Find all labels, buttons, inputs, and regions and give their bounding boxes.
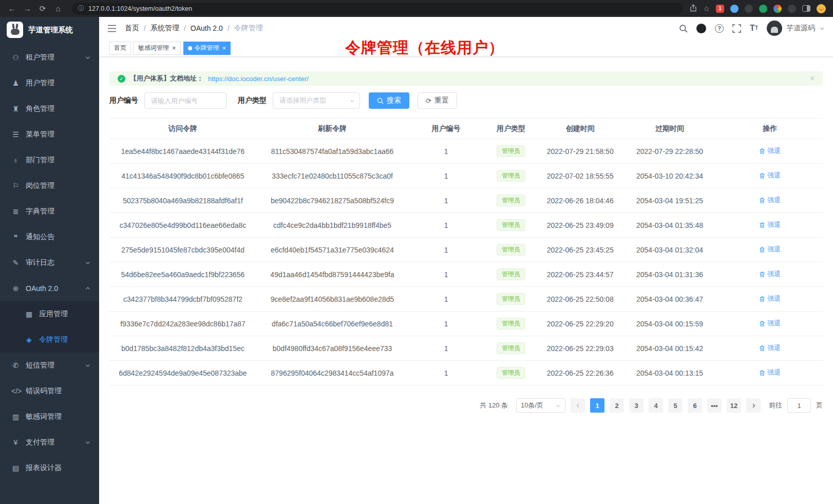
reset-button[interactable]: ⟳ 重置	[418, 92, 457, 109]
sidebar-item-audit-log[interactable]: ✎ 审计日志	[0, 250, 99, 276]
breadcrumb-system[interactable]: 系统管理	[150, 24, 179, 33]
force-logout-button[interactable]: 强退	[759, 245, 781, 254]
delete-icon	[759, 370, 765, 376]
sensitive-word-icon: ▥	[11, 413, 20, 421]
sidebar-item-sms[interactable]: ✆ 短信管理	[0, 353, 99, 378]
github-icon[interactable]	[696, 24, 706, 33]
force-logout-button[interactable]: 强退	[759, 294, 781, 303]
user-id-cell: 1	[408, 147, 484, 156]
caret-down-icon	[819, 26, 825, 31]
sidebar-item-oauth2[interactable]: ⊛ OAuth 2.0	[0, 276, 99, 301]
forward-icon[interactable]: →	[21, 0, 34, 17]
access-token-cell: 502375b8040a469a9b82188afdf6af1f	[109, 197, 256, 205]
prev-page-button[interactable]	[571, 398, 585, 413]
reload-icon[interactable]: ⟳	[36, 0, 49, 17]
browser-profile-avatar[interactable]	[817, 4, 826, 13]
sidebar: 芋道管理系统 ⚇ 租户管理 ♟ 用户管理 ♜ 角色管理 ☰ 菜单	[0, 17, 99, 504]
expire-time-cell: 2054-03-04 01:31:36	[622, 270, 717, 279]
page-number-button[interactable]: 6	[688, 398, 702, 413]
sidebar-item-tenant[interactable]: ⚇ 租户管理	[0, 45, 99, 70]
refresh-token-cell: e6cfd40eb1f54571a31e775e039c4624	[256, 246, 408, 254]
url-bar[interactable]: ⓘ 127.0.0.1:1024/system/oauth2/token	[72, 3, 683, 15]
access-token-cell: 275e5de9151045fe87cbdc395e004f4d	[109, 246, 256, 254]
sidebar-menu: ⚇ 租户管理 ♟ 用户管理 ♜ 角色管理 ☰ 菜单管理 ♁	[0, 43, 99, 481]
sidebar-item-user[interactable]: ♟ 用户管理	[0, 70, 99, 96]
tab-home[interactable]: 首页	[109, 42, 131, 55]
sidebar-item-error-code[interactable]: </> 错误码管理	[0, 378, 99, 404]
pagination-total: 共 120 条	[480, 401, 508, 410]
doc-link[interactable]: https://doc.iocoder.cn/user-center/	[208, 75, 309, 83]
create-time-cell: 2022-06-26 18:04:46	[538, 197, 622, 205]
extension-icon-4[interactable]	[759, 5, 767, 13]
page-number-button[interactable]: 5	[668, 398, 683, 413]
app-title: 芋道管理系统	[28, 25, 73, 35]
font-size-icon[interactable]: TT	[750, 24, 758, 32]
access-token-cell: 1ea5e44f8bc1467aaede43144f31de76	[109, 147, 256, 156]
user-type-select[interactable]: 请选择用户类型	[273, 92, 360, 109]
sidebar-item-role[interactable]: ♜ 角色管理	[0, 96, 99, 122]
tab-token-manage[interactable]: 令牌管理 ×	[183, 42, 231, 55]
search-button[interactable]: 搜索	[369, 92, 409, 109]
sidebar-item-report-designer[interactable]: ▤ 报表设计器	[0, 455, 99, 481]
org-tree-icon: ♁	[11, 156, 20, 164]
help-icon[interactable]: ?	[715, 24, 724, 33]
chevron-down-icon	[85, 54, 91, 61]
back-icon[interactable]: ←	[5, 0, 18, 17]
home-icon[interactable]: ⌂	[51, 0, 65, 17]
create-time-cell: 2022-06-25 23:44:57	[538, 270, 622, 279]
sidebar-item-app-manage[interactable]: ▦ 应用管理	[0, 301, 99, 327]
page-number-button[interactable]: 12	[727, 398, 741, 413]
table-body: 1ea5e44f8bc1467aaede43144f31de76 811c530…	[109, 139, 823, 385]
extension-icon-1[interactable]: 1	[716, 5, 724, 13]
user-type-tag: 管理员	[497, 367, 525, 379]
sidebar-item-menu[interactable]: ☰ 菜单管理	[0, 122, 99, 147]
sidebar-item-dict[interactable]: ≣ 字典管理	[0, 199, 99, 224]
sidebar-item-token-manage[interactable]: ◈ 令牌管理	[0, 327, 99, 353]
search-icon[interactable]	[679, 24, 688, 33]
force-logout-button[interactable]: 强退	[759, 171, 781, 180]
page-number-button[interactable]: 4	[649, 398, 663, 413]
breadcrumb-oauth2[interactable]: OAuth 2.0	[191, 24, 223, 32]
sidebar-item-dept[interactable]: ♁ 部门管理	[0, 147, 99, 173]
goto-page-input[interactable]	[787, 398, 811, 413]
user-id-input[interactable]	[144, 92, 226, 109]
page-number-button[interactable]: 1	[590, 398, 604, 413]
app-logo-row[interactable]: 芋道管理系统	[0, 17, 99, 43]
force-logout-button[interactable]: 强退	[759, 196, 781, 205]
close-icon[interactable]: ×	[222, 45, 226, 51]
close-icon[interactable]: ×	[172, 45, 176, 51]
split-view-icon[interactable]	[802, 5, 810, 12]
force-logout-button[interactable]: 强退	[759, 146, 781, 156]
extension-icon-5[interactable]	[773, 5, 782, 13]
tab-sensitive-word[interactable]: 敏感词管理 ×	[134, 42, 181, 55]
force-logout-button[interactable]: 强退	[759, 368, 781, 377]
site-info-icon[interactable]: ⓘ	[78, 4, 84, 13]
sidebar-item-sensitive-word[interactable]: ▥ 敏感词管理	[0, 404, 99, 430]
fullscreen-icon[interactable]	[732, 24, 741, 33]
extension-icon-3[interactable]	[745, 5, 753, 13]
next-page-button[interactable]	[746, 398, 761, 413]
extension-icon-2[interactable]	[730, 5, 739, 13]
force-logout-button[interactable]: 强退	[759, 269, 781, 279]
page-number-button[interactable]: •••	[707, 398, 722, 413]
sidebar-collapse-icon[interactable]	[107, 25, 117, 32]
sidebar-item-pay[interactable]: ¥ 支付管理	[0, 430, 99, 455]
force-logout-button[interactable]: 强退	[759, 319, 781, 328]
bookmark-star-icon[interactable]: ☆	[703, 5, 710, 13]
user-menu[interactable]: 芋道源码	[767, 21, 825, 36]
tenant-icon: ⚇	[11, 53, 20, 62]
breadcrumb-home[interactable]: 首页	[125, 24, 139, 33]
extension-icon-6[interactable]	[788, 5, 796, 13]
page-number-button[interactable]: 3	[629, 398, 643, 413]
sidebar-item-notice[interactable]: ❝ 通知公告	[0, 224, 99, 250]
app-layout: 芋道管理系统 ⚇ 租户管理 ♟ 用户管理 ♜ 角色管理 ☰ 菜单	[0, 17, 833, 504]
table-header-row: 访问令牌 刷新令牌 用户编号 用户类型 创建时间 过期时间 操作	[109, 119, 823, 139]
delete-icon	[759, 172, 765, 179]
share-icon[interactable]	[690, 4, 697, 13]
page-number-button[interactable]: 2	[610, 398, 624, 413]
force-logout-button[interactable]: 强退	[759, 343, 781, 353]
alert-close-icon[interactable]: ×	[810, 74, 815, 83]
sidebar-item-post[interactable]: ⚐ 岗位管理	[0, 173, 99, 199]
force-logout-button[interactable]: 强退	[759, 220, 781, 229]
page-size-select[interactable]: 10条/页	[516, 398, 565, 413]
